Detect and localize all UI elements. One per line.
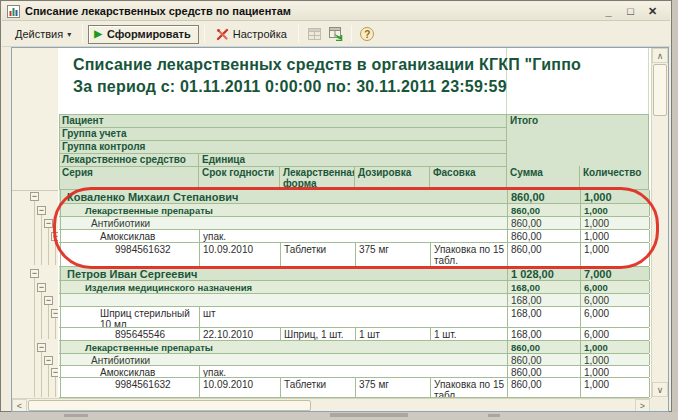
sum-cell[interactable]: 168,00: [507, 281, 580, 293]
sum-cell[interactable]: 168,00: [507, 328, 580, 340]
form-cell[interactable]: Шприц, 1 шт.: [280, 328, 355, 340]
table-row[interactable]: 998456163210.09.2010Таблетки375 мгУпаков…: [59, 243, 649, 267]
scroll-up-arrow-icon[interactable]: ∧: [652, 48, 668, 63]
quantity-cell[interactable]: 1,000: [580, 243, 650, 266]
table-row[interactable]: Коваленко Михаил Степанович860,001,000: [59, 190, 649, 204]
quantity-cell[interactable]: 1,000: [580, 204, 650, 216]
quantity-cell[interactable]: 1,000: [580, 217, 650, 229]
collapse-group-button[interactable]: −: [44, 219, 53, 228]
sum-cell[interactable]: 860,00: [507, 204, 580, 216]
table-row[interactable]: Амоксиклавупак.860,001,000: [59, 230, 649, 243]
packing-cell[interactable]: 1 шт.: [430, 328, 507, 340]
collapse-group-button[interactable]: −: [30, 269, 39, 278]
dosage-cell[interactable]: 375 мг: [355, 243, 430, 266]
group-name-cell[interactable]: Лекарственные препараты: [60, 341, 507, 353]
expiry-cell[interactable]: 10.09.2010: [199, 378, 280, 397]
quantity-cell[interactable]: 1,000: [580, 366, 650, 377]
medicine-name-cell[interactable]: Амоксиклав: [60, 366, 199, 377]
table-row[interactable]: Лекарственные препараты860,001,000: [59, 341, 649, 354]
unit-cell[interactable]: упак.: [199, 366, 507, 377]
sum-cell[interactable]: 860,00: [507, 378, 580, 397]
collapse-group-button[interactable]: −: [37, 343, 46, 352]
quantity-cell[interactable]: 1,000: [580, 354, 650, 365]
unit-cell[interactable]: шт: [199, 307, 507, 327]
form-cell[interactable]: Таблетки: [280, 243, 355, 266]
table-row[interactable]: Изделия медицинского назначения168,006,0…: [59, 281, 649, 294]
form-cell[interactable]: Таблетки: [280, 378, 355, 397]
collapse-group-button[interactable]: −: [37, 283, 46, 292]
sum-cell[interactable]: 168,00: [507, 294, 580, 306]
group-name-cell[interactable]: Изделия медицинского назначения: [60, 281, 507, 293]
collapse-group-button[interactable]: −: [37, 206, 46, 215]
help-button[interactable]: ?: [359, 26, 376, 43]
quantity-cell[interactable]: 6,000: [580, 281, 650, 293]
scroll-right-arrow-icon[interactable]: >: [635, 399, 650, 412]
group-name-cell[interactable]: Коваленко Михаил Степанович: [60, 190, 507, 203]
series-cell[interactable]: 9984561632: [60, 243, 199, 266]
series-cell[interactable]: 895645546: [60, 328, 199, 340]
group-name-cell[interactable]: Петров Иван Сергеевич: [60, 267, 507, 280]
sum-cell[interactable]: 860,00: [507, 190, 580, 203]
unit-cell[interactable]: упак.: [199, 230, 507, 242]
packing-cell[interactable]: Упаковка по 15 табл.: [430, 378, 507, 397]
scroll-left-arrow-icon[interactable]: <: [12, 399, 27, 412]
table-row[interactable]: 89564554622.10.2010Шприц, 1 шт.1 шт1 шт.…: [59, 328, 649, 341]
medicine-name-cell[interactable]: Шприц стерильный 10 мл: [60, 307, 199, 327]
quantity-cell[interactable]: 1,000: [580, 190, 650, 203]
close-button[interactable]: ✕: [646, 5, 659, 18]
group-name-cell[interactable]: Антибиотики: [60, 354, 507, 365]
save-result-button[interactable]: [327, 26, 344, 43]
settings-button[interactable]: Настройка: [210, 24, 293, 45]
table-row[interactable]: Петров Иван Сергеевич1 028,007,000: [59, 267, 649, 281]
collapse-group-button[interactable]: −: [44, 296, 53, 305]
table-row[interactable]: Амоксиклавупак.860,001,000: [59, 366, 649, 378]
quantity-cell[interactable]: 6,000: [580, 328, 650, 340]
vertical-scroll-thumb[interactable]: [653, 64, 667, 116]
table-settings-disabled-button[interactable]: [306, 26, 323, 43]
group-name-cell[interactable]: [60, 294, 507, 306]
packing-cell[interactable]: Упаковка по 15 табл.: [430, 243, 507, 266]
status-mark: [488, 414, 500, 417]
sum-cell[interactable]: 1 028,00: [507, 267, 580, 280]
generate-button[interactable]: ▶ Сформировать: [88, 25, 199, 44]
table-row[interactable]: Лекарственные препараты860,001,000: [59, 204, 649, 217]
actions-menu-button[interactable]: Действия ▾: [9, 24, 77, 44]
table-row[interactable]: Антибиотики860,001,000: [59, 354, 649, 366]
sum-cell[interactable]: 168,00: [507, 307, 580, 327]
horizontal-scroll-thumb[interactable]: [28, 400, 311, 411]
dosage-cell[interactable]: 375 мг: [355, 378, 430, 397]
sum-cell[interactable]: 860,00: [507, 217, 580, 229]
table-row[interactable]: 168,006,000: [59, 294, 649, 307]
sum-cell[interactable]: 860,00: [507, 243, 580, 266]
collapse-group-button[interactable]: −: [44, 356, 53, 365]
maximize-button[interactable]: □: [624, 5, 637, 18]
scroll-down-arrow-icon[interactable]: ∨: [652, 382, 668, 397]
quantity-cell[interactable]: 1,000: [580, 230, 650, 242]
quantity-cell[interactable]: 6,000: [580, 294, 650, 306]
title-bar: Списание лекарственных средств по пациен…: [2, 2, 670, 21]
sum-cell[interactable]: 860,00: [507, 230, 580, 242]
table-row[interactable]: Шприц стерильный 10 млшт168,006,000: [59, 307, 649, 328]
table-row[interactable]: Антибиотики860,001,000: [59, 217, 649, 230]
group-name-cell[interactable]: Антибиотики: [60, 217, 507, 229]
horizontal-scrollbar[interactable]: < >: [12, 398, 651, 412]
vertical-scrollbar[interactable]: ∧ ∨: [651, 48, 668, 398]
group-name-cell[interactable]: Лекарственные препараты: [60, 204, 507, 216]
quantity-cell[interactable]: 6,000: [580, 307, 650, 327]
dosage-cell[interactable]: 1 шт: [355, 328, 430, 340]
expiry-cell[interactable]: 22.10.2010: [199, 328, 280, 340]
quantity-cell[interactable]: 1,000: [580, 341, 650, 353]
minimize-button[interactable]: _: [602, 5, 615, 18]
quantity-cell[interactable]: 1,000: [580, 378, 650, 397]
table-row[interactable]: 998456163210.09.2010Таблетки375 мгУпаков…: [59, 378, 649, 398]
header-cell: Лекарственное средство: [59, 153, 198, 166]
quantity-cell[interactable]: 7,000: [580, 267, 650, 280]
series-cell[interactable]: 9984561632: [60, 378, 199, 397]
medicine-name-cell[interactable]: Амоксиклав: [60, 230, 199, 242]
chevron-down-icon: ▾: [67, 30, 71, 39]
sum-cell[interactable]: 860,00: [507, 354, 580, 365]
expiry-cell[interactable]: 10.09.2010: [199, 243, 280, 266]
sum-cell[interactable]: 860,00: [507, 366, 580, 377]
sum-cell[interactable]: 860,00: [507, 341, 580, 353]
collapse-group-button[interactable]: −: [30, 192, 39, 201]
